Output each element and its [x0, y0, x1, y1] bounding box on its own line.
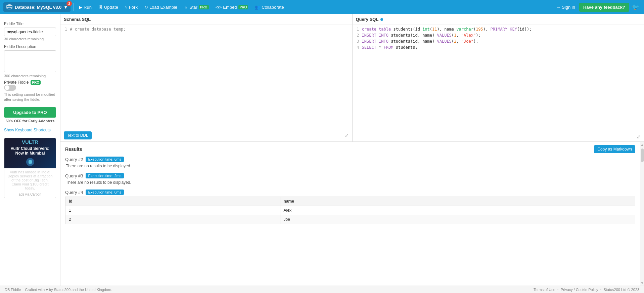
database-icon — [6, 4, 13, 10]
load-example-icon: ↻ — [144, 5, 148, 10]
text-to-ddl-label: Text to DDL — [67, 133, 88, 138]
sign-in-label: Sign in — [562, 5, 575, 10]
collaborate-button[interactable]: 👥 Collaborate — [252, 3, 287, 11]
line-content: # create database temp; — [70, 27, 126, 32]
schema-editor[interactable]: 1 # create database temp; — [60, 25, 352, 129]
db-count-badge: 3 — [66, 1, 72, 6]
ad-logo: VULTR — [22, 139, 38, 145]
fiddle-title-input[interactable] — [4, 28, 56, 36]
run-label: Run — [84, 5, 92, 10]
table-row: 2Joe — [65, 215, 635, 224]
line-content: create table students(id int(11), name v… — [362, 27, 532, 32]
update-icon: 🗄 — [98, 5, 103, 10]
table-row: 1Alex — [65, 206, 635, 215]
embed-icon: </> — [216, 5, 222, 10]
fiddle-title-chars: 30 characters remaining. — [4, 37, 56, 41]
code-line: 1 # create database temp; — [60, 27, 352, 33]
private-fiddle-pro-badge: PRO — [31, 80, 41, 85]
ad-image: VULTR Vultr Cloud Servers:Now in Mumbai — [4, 138, 56, 168]
query-2-label: Query #2 — [65, 157, 83, 162]
private-fiddle-row: Private Fiddle PRO — [4, 80, 56, 85]
embed-pro-badge: PRO — [238, 5, 248, 9]
run-button[interactable]: ▶ Run — [76, 3, 94, 11]
sidebar: Fiddle Title 30 characters remaining. Fi… — [0, 14, 60, 286]
svg-rect-2 — [29, 160, 32, 164]
fork-label: Fork — [129, 5, 138, 10]
load-example-button[interactable]: ↻ Load Example — [142, 3, 180, 11]
fork-icon: ⑂ — [125, 5, 128, 10]
copy-markdown-button[interactable]: Copy as Markdown — [594, 145, 635, 153]
content-area: Schema SQL 1 # create database temp; Tex… — [60, 14, 644, 286]
copy-md-label: Copy as Markdown — [597, 147, 632, 152]
privacy-link[interactable]: Privacy / Cookie Policy — [561, 288, 598, 292]
footer-left: DB Fiddle – Crafted with ♥ by Status200 … — [5, 288, 112, 292]
schema-footer: Text to DDL ⤢ — [60, 129, 352, 141]
upgrade-pro-button[interactable]: Upgrade to PRO — [4, 107, 56, 118]
ad-graphic — [25, 157, 35, 167]
cell-name: Joe — [280, 215, 635, 224]
schema-expand-icon[interactable]: ⤢ — [345, 133, 349, 138]
status200-link[interactable]: Status200 Ltd © 2023 — [603, 288, 639, 292]
schema-panel: Schema SQL 1 # create database temp; Tex… — [60, 14, 353, 141]
star-icon: ☆ — [184, 5, 188, 10]
query-panel: Query SQL 1 create table students(id int… — [353, 14, 644, 141]
query-2-no-results: There are no results to be displayed. — [66, 164, 635, 168]
terms-link[interactable]: Terms of Use — [534, 288, 555, 292]
sign-in-icon: → — [556, 5, 560, 10]
editors-row: Schema SQL 1 # create database temp; Tex… — [60, 14, 644, 142]
results-panel: Results Copy as Markdown Query #2 Execut… — [60, 142, 640, 286]
text-to-ddl-button[interactable]: Text to DDL — [64, 131, 92, 139]
results-scrollbar[interactable]: ▲ ▼ — [640, 142, 644, 286]
query-3-row: Query #3 Execution time: 2ms — [65, 173, 635, 178]
keyboard-shortcuts-link[interactable]: Show Keyboard Shortcuts — [4, 128, 56, 132]
footer-text: DB Fiddle – Crafted with ♥ by Status200 … — [5, 288, 112, 292]
run-icon: ▶ — [79, 5, 82, 10]
feedback-button[interactable]: Have any feedback? — [579, 3, 629, 12]
embed-button[interactable]: </> Embed PRO — [213, 3, 251, 11]
line-content: SELECT * FROM students; — [362, 45, 418, 50]
star-button[interactable]: ☆ Star PRO — [181, 3, 212, 11]
update-button[interactable]: 🗄 Update — [96, 3, 121, 11]
line-number: 3 — [353, 39, 362, 44]
query-title: Query SQL — [356, 17, 379, 22]
results-header: Results Copy as Markdown — [65, 145, 635, 153]
query-4-row: Query #4 Execution time: 0ms — [65, 190, 635, 195]
cell-name: Alex — [280, 206, 635, 215]
query-4-label: Query #4 — [65, 190, 83, 195]
query-editor[interactable]: 1 create table students(id int(11), name… — [353, 25, 644, 132]
code-line: 2 INSERT INTO students(id, name) VALUES(… — [353, 33, 644, 39]
keyboard-shortcuts-label: Show Keyboard Shortcuts — [4, 128, 51, 132]
query-3-label: Query #3 — [65, 173, 83, 178]
scroll-up-arrow[interactable]: ▲ — [640, 142, 644, 147]
query-active-dot — [380, 18, 383, 21]
query-2-row: Query #2 Execution time: 6ms — [65, 157, 635, 162]
embed-label: Embed — [223, 5, 237, 10]
database-selector[interactable]: Database: MySQL v8.0 ▼ 3 — [3, 2, 71, 12]
scroll-thumb[interactable] — [641, 149, 644, 162]
query-4-block: Query #4 Execution time: 0ms id name 1Al… — [65, 190, 635, 224]
query-expand-icon[interactable]: ⤢ — [637, 134, 641, 139]
private-fiddle-toggle[interactable] — [4, 85, 16, 91]
fork-button[interactable]: ⑂ Fork — [122, 3, 140, 11]
results-area: Results Copy as Markdown Query #2 Execut… — [60, 142, 644, 286]
code-line: 3 INSERT INTO students(id, name) VALUES(… — [353, 39, 644, 45]
star-pro-badge: PRO — [199, 5, 209, 9]
private-fiddle-note: This setting cannot be modified after sa… — [4, 92, 56, 102]
load-example-label: Load Example — [149, 5, 177, 10]
update-label: Update — [104, 5, 118, 10]
feedback-label: Have any feedback? — [583, 5, 625, 10]
ad-box: VULTR Vultr Cloud Servers:Now in Mumbai … — [4, 138, 56, 198]
fiddle-desc-chars: 300 characters remaining. — [4, 74, 56, 78]
sign-in-button[interactable]: → Sign in — [553, 3, 578, 11]
results-title: Results — [65, 146, 82, 152]
footer: DB Fiddle – Crafted with ♥ by Status200 … — [0, 286, 644, 293]
upgrade-label: Upgrade to PRO — [13, 110, 47, 115]
fiddle-desc-textarea[interactable] — [4, 50, 56, 72]
col-header-name: name — [280, 197, 635, 206]
query-footer: ⤢ — [353, 132, 644, 141]
query-3-block: Query #3 Execution time: 2ms There are n… — [65, 173, 635, 185]
scroll-down-arrow[interactable]: ▼ — [640, 280, 644, 286]
svg-point-0 — [7, 4, 12, 6]
twitter-icon[interactable]: 🐦 — [631, 3, 641, 11]
query-header: Query SQL — [353, 14, 644, 25]
